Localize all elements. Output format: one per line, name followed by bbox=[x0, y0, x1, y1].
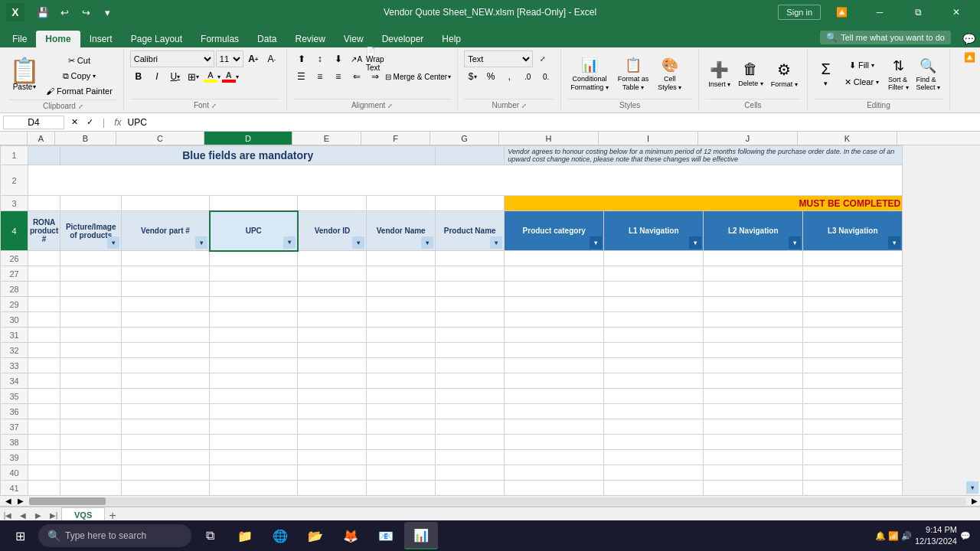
tab-page-layout[interactable]: Page Layout bbox=[122, 31, 191, 47]
tab-help[interactable]: Help bbox=[433, 31, 470, 47]
cell-G4-header[interactable]: Product Name ▾ bbox=[436, 211, 505, 251]
col-header-B[interactable]: B bbox=[55, 132, 116, 145]
restore-btn[interactable]: ⧉ bbox=[900, 0, 936, 24]
tab-formulas[interactable]: Formulas bbox=[191, 31, 248, 47]
cell-A1[interactable] bbox=[28, 146, 60, 165]
cell-B4-header[interactable]: Picture/Image of products ▾ bbox=[60, 211, 122, 251]
tab-insert[interactable]: Insert bbox=[80, 31, 122, 47]
save-quick-btn[interactable]: 💾 bbox=[34, 3, 52, 21]
border-btn[interactable]: ⊞▾ bbox=[185, 68, 202, 85]
taskbar-outlook-btn[interactable]: 📧 bbox=[369, 522, 403, 549]
cell-J4-header[interactable]: L2 Navigation ▾ bbox=[704, 211, 803, 251]
cell-styles-btn[interactable]: 🎨 CellStyles ▾ bbox=[655, 53, 684, 96]
merge-center-btn[interactable]: ⊟ Merge & Center ▾ bbox=[385, 73, 451, 81]
format-cells-btn[interactable]: ⚙ Format ▾ bbox=[768, 52, 801, 96]
taskbar-files-btn[interactable]: 📂 bbox=[299, 522, 332, 549]
cell-F3[interactable] bbox=[367, 196, 436, 211]
col-H-dropdown[interactable]: ▾ bbox=[590, 236, 602, 249]
tab-home[interactable]: Home bbox=[36, 31, 80, 47]
cell-E4-header[interactable]: Vendor ID ▾ bbox=[298, 211, 367, 251]
col-D-dropdown[interactable]: ▾ bbox=[283, 236, 296, 249]
confirm-formula-btn[interactable]: ✓ bbox=[83, 116, 96, 129]
col-header-D[interactable]: D bbox=[204, 132, 292, 145]
col-header-F[interactable]: F bbox=[361, 132, 430, 145]
dec-decimal-btn[interactable]: 0. bbox=[537, 68, 554, 85]
sign-in-btn[interactable]: Sign in bbox=[778, 5, 821, 20]
number-format-select[interactable]: Text bbox=[464, 51, 533, 67]
cell-A2[interactable] bbox=[28, 165, 903, 196]
cell-H1-merged[interactable]: Vendor agrees to honour costing below fo… bbox=[505, 146, 903, 165]
format-painter-btn[interactable]: 🖌 Format Painter bbox=[41, 84, 117, 98]
format-as-table-btn[interactable]: 📋 Format asTable ▾ bbox=[615, 53, 652, 96]
find-select-btn[interactable]: 🔍 Find &Select ▾ bbox=[913, 52, 944, 96]
bold-btn[interactable]: B bbox=[130, 68, 147, 85]
clear-btn[interactable]: ✕ Clear ▾ bbox=[840, 75, 884, 90]
cell-F4-header[interactable]: Vendor Name ▾ bbox=[367, 211, 436, 251]
col-J-dropdown[interactable]: ▾ bbox=[789, 236, 801, 249]
align-middle-btn[interactable]: ↕ bbox=[312, 51, 328, 67]
col-I-dropdown[interactable]: ▾ bbox=[689, 236, 701, 249]
paste-btn[interactable]: 📋 Paste▾ bbox=[9, 58, 40, 91]
col-header-K[interactable]: K bbox=[798, 132, 897, 145]
tab-data[interactable]: Data bbox=[248, 31, 286, 47]
col-header-H[interactable]: H bbox=[499, 132, 599, 145]
h-scroll-thumb[interactable] bbox=[29, 497, 106, 505]
cell-reference-box[interactable]: D4 bbox=[3, 116, 64, 129]
scroll-right2-btn[interactable]: ▶ bbox=[969, 497, 980, 505]
fill-btn[interactable]: ⬇ Fill ▾ bbox=[840, 58, 884, 73]
insert-btn[interactable]: ➕ Insert ▾ bbox=[705, 52, 733, 96]
align-left-btn[interactable]: ☰ bbox=[293, 68, 310, 85]
wrap-text-btn[interactable]: 📄 Wrap Text bbox=[367, 51, 384, 67]
font-size-select[interactable]: 11 bbox=[216, 51, 243, 67]
orient-btn[interactable]: ↗A bbox=[348, 51, 365, 67]
indent-increase-btn[interactable]: ⇒ bbox=[367, 68, 384, 85]
number-format-expand-btn[interactable]: ⤢ bbox=[534, 51, 551, 67]
comments-btn[interactable]: 💬 bbox=[957, 31, 980, 47]
inc-decimal-btn[interactable]: .0 bbox=[519, 68, 536, 85]
align-top-btn[interactable]: ⬆ bbox=[293, 51, 310, 67]
cell-G1[interactable] bbox=[436, 146, 505, 165]
tab-file[interactable]: File bbox=[3, 31, 36, 47]
col-header-C[interactable]: C bbox=[116, 132, 204, 145]
tab-view[interactable]: View bbox=[335, 31, 373, 47]
redo-quick-btn[interactable]: ↪ bbox=[77, 3, 95, 21]
taskbar-excel-active-btn[interactable]: 📊 bbox=[404, 522, 438, 549]
col-header-I[interactable]: I bbox=[599, 132, 698, 145]
cell-A4-header[interactable]: RONA product # ▾ bbox=[28, 211, 60, 251]
col-header-J[interactable]: J bbox=[698, 132, 798, 145]
cell-C4-header[interactable]: Vendor part # ▾ bbox=[122, 211, 210, 251]
percent-btn[interactable]: % bbox=[482, 68, 499, 85]
scroll-left-btn[interactable]: ◀ bbox=[3, 497, 14, 505]
cell-E3[interactable] bbox=[298, 196, 367, 211]
align-center-btn[interactable]: ≡ bbox=[312, 68, 328, 85]
cell-C3[interactable] bbox=[122, 196, 210, 211]
close-btn[interactable]: ✕ bbox=[939, 0, 974, 24]
currency-btn[interactable]: $▾ bbox=[464, 68, 481, 85]
col-header-A[interactable]: A bbox=[28, 132, 55, 145]
minimize-btn[interactable]: ─ bbox=[862, 0, 897, 24]
task-view-btn[interactable]: ⧉ bbox=[193, 522, 227, 549]
col-C-dropdown[interactable]: ▾ bbox=[195, 236, 207, 249]
notification-icon[interactable]: 💬 bbox=[960, 531, 971, 541]
cell-H4-header[interactable]: Product category ▾ bbox=[505, 211, 604, 251]
tab-developer[interactable]: Developer bbox=[373, 31, 433, 47]
conditional-formatting-btn[interactable]: 📊 ConditionalFormatting ▾ bbox=[567, 53, 612, 96]
indent-decrease-btn[interactable]: ⇐ bbox=[348, 68, 365, 85]
col-B-dropdown[interactable]: ▾ bbox=[107, 236, 119, 249]
cell-K4-header[interactable]: L3 Navigation ▾ bbox=[803, 211, 903, 251]
font-grow-btn[interactable]: A+ bbox=[245, 51, 262, 67]
horizontal-scrollbar[interactable]: ◀ ▶ ▶ bbox=[0, 495, 980, 506]
cut-btn[interactable]: ✂ Cut bbox=[41, 54, 117, 67]
sort-filter-btn[interactable]: ⇅ Sort &Filter ▾ bbox=[885, 52, 912, 96]
font-name-select[interactable]: Calibri bbox=[130, 51, 214, 67]
scroll-right-btn[interactable]: ▶ bbox=[15, 497, 26, 505]
cell-D3[interactable] bbox=[210, 196, 298, 211]
cell-A3[interactable] bbox=[28, 196, 60, 211]
taskbar-search[interactable]: 🔍 Type here to search bbox=[38, 524, 191, 547]
font-color-btn[interactable]: A ▾ bbox=[222, 68, 239, 85]
tab-review[interactable]: Review bbox=[286, 31, 334, 47]
fill-color-btn[interactable]: A ▾ bbox=[204, 68, 220, 85]
taskbar-firefox-btn[interactable]: 🦊 bbox=[334, 522, 368, 549]
copy-btn[interactable]: ⧉ Copy ▾ bbox=[41, 69, 117, 83]
taskbar-edge-btn[interactable]: 🌐 bbox=[263, 522, 297, 549]
